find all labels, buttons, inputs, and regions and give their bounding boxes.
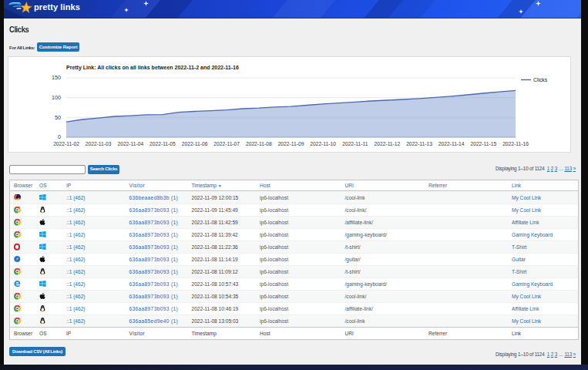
svg-text:2022-11-03: 2022-11-03 bbox=[86, 141, 112, 146]
svg-text:2022-11-04: 2022-11-04 bbox=[117, 141, 143, 146]
svg-text:Pretty Link: All clicks on all: Pretty Link: All clicks on all links bet… bbox=[66, 65, 239, 71]
svg-text:2022-11-08: 2022-11-08 bbox=[246, 141, 272, 146]
svg-text:2022-11-09: 2022-11-09 bbox=[278, 141, 304, 146]
svg-text:0: 0 bbox=[58, 133, 61, 140]
svg-text:150: 150 bbox=[52, 74, 61, 81]
svg-text:2022-11-14: 2022-11-14 bbox=[438, 141, 465, 146]
svg-text:2022-11-05: 2022-11-05 bbox=[150, 141, 176, 146]
svg-text:2022-11-12: 2022-11-12 bbox=[375, 141, 401, 146]
svg-text:2022-11-11: 2022-11-11 bbox=[342, 141, 368, 146]
svg-text:2022-11-13: 2022-11-13 bbox=[406, 141, 432, 146]
svg-text:2022-11-02: 2022-11-02 bbox=[53, 141, 79, 146]
svg-text:2022-11-06: 2022-11-06 bbox=[182, 141, 208, 146]
svg-text:2022-11-15: 2022-11-15 bbox=[470, 141, 496, 146]
svg-text:2022-11-10: 2022-11-10 bbox=[310, 141, 336, 146]
svg-text:2022-11-07: 2022-11-07 bbox=[213, 141, 240, 146]
svg-text:100: 100 bbox=[52, 94, 61, 101]
svg-text:Clicks: Clicks bbox=[533, 77, 548, 82]
svg-text:50: 50 bbox=[55, 114, 61, 121]
svg-text:2022-11-16: 2022-11-16 bbox=[502, 141, 529, 146]
